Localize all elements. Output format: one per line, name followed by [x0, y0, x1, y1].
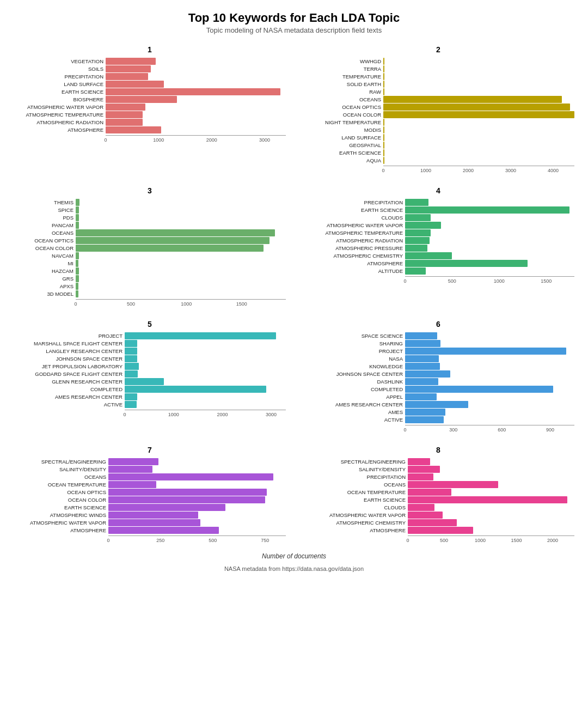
bar-label: AMES — [302, 409, 403, 415]
bar-container — [108, 503, 286, 511]
bar-row: SPACE SCIENCE — [302, 332, 574, 339]
bar-container — [383, 103, 574, 111]
bar-row: JOHNSON SPACE CENTER — [302, 370, 574, 378]
bar — [405, 363, 440, 370]
bar-label: SPICE — [14, 207, 74, 213]
bar-row: MODIS — [302, 126, 574, 133]
bar-container — [408, 465, 574, 473]
bar-container — [405, 393, 574, 400]
bar-row: NIGHT TEMPERATURE — [302, 118, 574, 126]
bar-container — [405, 332, 574, 339]
axis-tick-label: 1000 — [168, 412, 179, 417]
axis-tick-label: 500 — [448, 278, 456, 284]
bar-container — [408, 519, 574, 526]
axis-tick-label: 0 — [107, 538, 109, 543]
bar-container — [125, 339, 286, 347]
bar-label: TERRA — [302, 66, 381, 72]
x-axis: 0100020003000 — [106, 135, 286, 145]
bar-container — [383, 65, 574, 72]
bar-label: ACTIVE — [14, 401, 122, 407]
bar-container — [405, 378, 574, 385]
bar-container — [106, 118, 286, 126]
bar-container — [108, 488, 286, 496]
bar-label: NAVCAM — [14, 253, 74, 259]
bar-label: EARTH SCIENCE — [302, 207, 403, 213]
bar-row: ATMOSPHERE — [302, 259, 574, 267]
bar-label: SPECTRAL/ENGINEERING — [302, 459, 406, 465]
panel-title-5: 5 — [14, 320, 286, 328]
bar-label: OCEAN OPTICS — [14, 489, 106, 495]
bar-row: 3D MODEL — [14, 290, 286, 297]
bar-row: ATMOSPHERIC CHEMISTRY — [302, 252, 574, 259]
bar-label: ATMOSPHERE — [14, 527, 106, 533]
bar-row: EARTH SCIENCE — [14, 503, 286, 511]
bar — [405, 409, 445, 416]
bar-row: PANCAM — [14, 221, 286, 229]
bar-label: OCEAN TEMPERATURE — [302, 489, 406, 495]
bar-label: JOHNSON SPACE CENTER — [302, 371, 403, 377]
bar-row: TERRA — [302, 65, 574, 72]
bar — [106, 88, 280, 95]
bar — [408, 519, 457, 526]
bar-label: GRS — [14, 276, 74, 282]
bar-row: PDS — [14, 214, 286, 221]
axis-tick-label: 1500 — [511, 538, 522, 543]
bar-row: TEMPERATURE — [302, 72, 574, 80]
bar — [405, 401, 468, 408]
bar-container — [108, 526, 286, 534]
topic-panel-8: 8SPECTRAL/ENGINEERINGSALINITY/DENSITYPRE… — [299, 443, 577, 548]
bar-row: OCEANS — [302, 480, 574, 488]
bar-container — [125, 400, 286, 408]
bar-chart-8: SPECTRAL/ENGINEERINGSALINITY/DENSITYPREC… — [302, 458, 574, 534]
bar — [76, 290, 78, 297]
axis-tick-label: 2000 — [463, 168, 474, 173]
bar — [383, 96, 562, 103]
bar-label: GEOSPATIAL — [302, 142, 381, 148]
axis-tick-label: 500 — [440, 538, 448, 543]
bar-row: SOILS — [14, 65, 286, 72]
bar-label: MI — [14, 260, 74, 266]
bar-label: PANCAM — [14, 222, 74, 228]
bar — [108, 466, 152, 473]
panel-title-8: 8 — [302, 446, 574, 454]
topic-panel-5: 5PROJECTMARSHALL SPACE FLIGHT CENTERLANG… — [11, 317, 289, 437]
bar-row: GLENN RESEARCH CENTER — [14, 378, 286, 385]
bar-container — [76, 244, 286, 252]
bar-label: SALINITY/DENSITY — [302, 466, 406, 472]
bar — [383, 58, 384, 65]
bar-container — [383, 118, 574, 126]
bar-row: PROJECT — [14, 332, 286, 339]
bar-container — [383, 141, 574, 149]
bar — [106, 126, 161, 133]
bar — [383, 126, 384, 133]
bar-label: SHARING — [302, 340, 403, 346]
bar-label: PRECIPITATION — [302, 199, 403, 205]
bar-row: ACTIVE — [14, 400, 286, 408]
bar-label: OCEAN OPTICS — [14, 238, 74, 244]
bar-label: SPECTRAL/ENGINEERING — [14, 459, 106, 465]
bar-container — [76, 282, 286, 290]
bar-row: OCEANS — [302, 95, 574, 103]
bar — [405, 237, 430, 244]
bar — [405, 252, 452, 259]
bar — [405, 348, 566, 355]
bar — [106, 111, 143, 118]
axis-tick-label: 2000 — [547, 538, 558, 543]
bar-label: ATMOSPHERIC RADIATION — [14, 119, 103, 125]
axis-tick-label: 1000 — [153, 137, 164, 143]
bar-label: THEMIS — [14, 199, 74, 205]
bar-row: SPECTRAL/ENGINEERING — [302, 458, 574, 465]
bar — [106, 119, 143, 126]
bar-chart-3: THEMISSPICEPDSPANCAMOCEANSOCEAN OPTICSOC… — [14, 198, 286, 297]
bar-row: SHARING — [302, 339, 574, 347]
bar-row: ATMOSPHERIC RADIATION — [302, 236, 574, 244]
bar-container — [383, 80, 574, 88]
bar — [405, 386, 553, 393]
bar-row: ATMOSPHERIC WATER VAPOR — [14, 103, 286, 111]
bar — [408, 481, 498, 488]
bar-row: AMES RESEARCH CENTER — [302, 400, 574, 408]
bar-container — [383, 72, 574, 80]
bar-label: ATMOSPHERIC RADIATION — [302, 238, 403, 244]
bar-container — [108, 511, 286, 519]
axis-tick-label: 3000 — [505, 168, 516, 173]
